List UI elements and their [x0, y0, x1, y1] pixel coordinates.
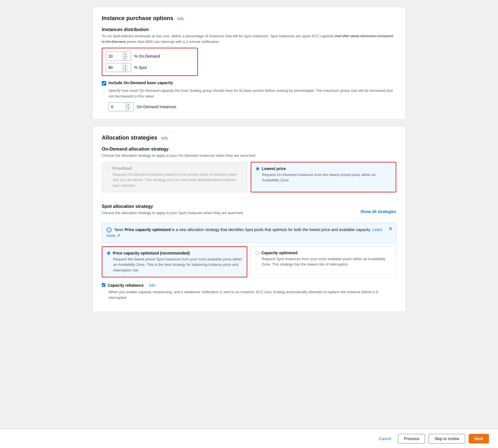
- on-demand-input-wrapper: ▲ ▼: [106, 52, 131, 61]
- spot-allocation-section: Spot allocation strategy Choose the allo…: [102, 204, 396, 277]
- lowest-price-title: Lowest price: [262, 166, 286, 171]
- price-capacity-optimized-radio[interactable]: [107, 251, 111, 255]
- banner-text-body: is a new allocation strategy that identi…: [172, 227, 372, 232]
- spot-decrement-btn[interactable]: ▼: [123, 68, 128, 72]
- lowest-price-radio[interactable]: [256, 167, 259, 171]
- capacity-rebalance-label: Capacity rebalance: [108, 283, 144, 288]
- instance-purchase-options-info-link[interactable]: Info: [177, 16, 184, 21]
- skip-to-review-button[interactable]: Skip to review: [428, 434, 465, 443]
- on-demand-base-description: Specify how much On-Demand capacity the …: [109, 88, 396, 99]
- prioritized-title: Prioritized: [112, 166, 132, 171]
- spot-strategy-title-row: Spot allocation strategy Choose the allo…: [102, 204, 396, 219]
- include-on-demand-base-checkbox[interactable]: [102, 81, 106, 86]
- capacity-optimized-title: Capacity optimized: [261, 251, 298, 255]
- spot-input-wrapper: ▲ ▼: [106, 63, 131, 72]
- on-demand-strategy-title: On-Demand allocation strategy: [102, 147, 396, 152]
- on-demand-spinner: ▲ ▼: [123, 52, 128, 60]
- on-demand-strategy-options: Prioritized Request On-Demand Instances …: [102, 162, 396, 193]
- distribution-inputs-box: ▲ ▼ % On-Demand ▲ ▼ % Spot: [102, 48, 198, 76]
- on-demand-percentage-input[interactable]: [106, 53, 123, 60]
- include-on-demand-base-row: Include On-Demand base capacity: [102, 81, 396, 86]
- spot-strategy-options: Price capacity optimized (recommended) R…: [102, 246, 396, 278]
- on-demand-decrement-btn[interactable]: ▼: [123, 56, 128, 61]
- instances-distribution-description: To run fault-tolerant workloads at low c…: [102, 33, 396, 44]
- spot-increment-btn[interactable]: ▲: [123, 63, 128, 68]
- spot-spinner: ▲ ▼: [123, 63, 128, 72]
- spot-strategy-title: Spot allocation strategy: [102, 204, 244, 209]
- capacity-optimized-option[interactable]: Capacity optimized Request Spot Instance…: [251, 246, 396, 278]
- capacity-rebalance-description: When you enable capacity rebalancing, an…: [109, 289, 396, 300]
- on-demand-instances-decrement-btn[interactable]: ▼: [126, 107, 131, 111]
- instance-purchase-options-title: Instance purchase options: [102, 15, 173, 21]
- prioritized-desc: Request On-Demand Instances based on the…: [113, 172, 242, 188]
- spot-percentage-input[interactable]: [106, 64, 123, 71]
- on-demand-instances-spinner: ▲ ▼: [126, 103, 131, 111]
- price-capacity-optimized-option[interactable]: Price capacity optimized (recommended) R…: [102, 246, 247, 278]
- spot-input-row: ▲ ▼ % Spot: [106, 63, 194, 72]
- capacity-rebalance-section: Capacity rebalance Info When you enable …: [102, 283, 396, 300]
- lowest-price-option-header: Lowest price: [256, 166, 391, 171]
- on-demand-instances-input[interactable]: [109, 103, 126, 110]
- price-capacity-optimized-title: Price capacity optimized (recommended): [113, 251, 190, 255]
- spot-label: % Spot: [134, 65, 147, 70]
- banner-text-new: New!: [114, 227, 125, 232]
- prioritized-option-header: Prioritized: [107, 166, 242, 171]
- lowest-price-option[interactable]: Lowest price Request On-Demand Instances…: [251, 162, 396, 193]
- on-demand-increment-btn[interactable]: ▲: [123, 52, 128, 56]
- lowest-price-desc: Request On-Demand Instances from the low…: [262, 172, 391, 183]
- footer: Cancel Previous Skip to review Next: [0, 429, 498, 448]
- external-link-icon: ↗: [117, 233, 120, 238]
- price-capacity-optimized-banner: i New! Price capacity optimized is a new…: [102, 223, 396, 243]
- banner-close-button[interactable]: ✕: [388, 226, 393, 231]
- info-icon: i: [107, 227, 112, 232]
- banner-bold-text: Price capacity optimized: [125, 227, 171, 232]
- next-button[interactable]: Next: [469, 434, 489, 443]
- show-all-strategies-link[interactable]: Show all strategies: [360, 209, 396, 214]
- price-capacity-optimized-desc: Request the lowest priced Spot Instances…: [113, 256, 242, 273]
- capacity-rebalance-info-link[interactable]: Info: [149, 283, 155, 288]
- capacity-rebalance-header: Capacity rebalance Info: [102, 283, 396, 288]
- on-demand-input-row: ▲ ▼ % On-Demand: [106, 52, 194, 61]
- allocation-strategies-title: Allocation strategies: [102, 134, 157, 141]
- prioritized-radio[interactable]: [107, 167, 110, 170]
- instances-distribution-title: Instances distribution: [102, 27, 396, 32]
- allocation-strategies-info-link[interactable]: Info: [161, 136, 168, 140]
- on-demand-allocation-section: On-Demand allocation strategy Choose the…: [102, 147, 396, 192]
- instances-distribution-section: Instances distribution To run fault-tole…: [102, 27, 396, 111]
- prioritized-option[interactable]: Prioritized Request On-Demand Instances …: [102, 162, 247, 193]
- instance-purchase-options-card: Instance purchase options Info Instances…: [92, 7, 406, 119]
- capacity-rebalance-checkbox[interactable]: [102, 283, 105, 287]
- on-demand-instances-input-row: ▲ ▼ On-Demand Instances: [109, 102, 396, 111]
- price-capacity-optimized-header: Price capacity optimized (recommended): [107, 251, 242, 255]
- on-demand-instances-label: On-Demand Instances: [137, 105, 176, 109]
- include-on-demand-base-label: Include On-Demand base capacity: [109, 81, 173, 85]
- capacity-optimized-header: Capacity optimized: [256, 251, 391, 255]
- on-demand-label: % On-Demand: [134, 54, 160, 58]
- on-demand-strategy-description: Choose the allocation strategy to apply …: [102, 153, 396, 158]
- capacity-optimized-desc: Request Spot Instances from your most av…: [262, 256, 391, 267]
- spot-strategy-title-block: Spot allocation strategy Choose the allo…: [102, 204, 244, 219]
- previous-button[interactable]: Previous: [398, 434, 425, 443]
- capacity-optimized-radio[interactable]: [256, 251, 259, 255]
- on-demand-instances-wrapper: ▲ ▼: [109, 102, 134, 111]
- cancel-button[interactable]: Cancel: [375, 434, 395, 443]
- on-demand-instances-increment-btn[interactable]: ▲: [126, 103, 131, 107]
- allocation-strategies-card: Allocation strategies Info On-Demand all…: [92, 126, 406, 312]
- spot-strategy-description: Choose the allocation strategy to apply …: [102, 210, 244, 216]
